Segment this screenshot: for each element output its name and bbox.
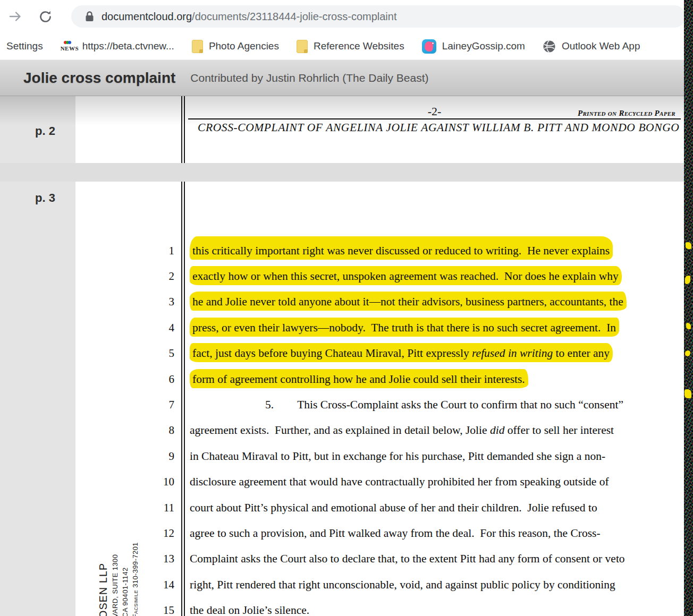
line-text: agreement exists. Further, and as explai… xyxy=(190,424,614,437)
bookmark-label: Reference Websites xyxy=(314,40,404,52)
bookmark-ctv-news[interactable]: NEWS https://beta.ctvnew... xyxy=(61,40,174,52)
doc-line-12: 12 agree to such a provision, and Pitt w… xyxy=(75,520,684,546)
bookmark-outlook-web-app[interactable]: Outlook Web App xyxy=(543,40,640,53)
line-number: 14 xyxy=(75,578,174,592)
doc-line-14: 14 right, Pitt rendered that right uncon… xyxy=(75,572,684,597)
line-text: the deal on Jolie’s silence. xyxy=(190,604,309,616)
noise-fleck xyxy=(685,350,690,356)
line-number: 7 xyxy=(75,398,174,412)
sidebar-page-3-label[interactable]: p. 3 xyxy=(35,191,55,205)
noise-fleck xyxy=(684,389,691,398)
pleading-lines: 1 this critically important right was ne… xyxy=(75,238,684,616)
highlighted-text: this critically important right was neve… xyxy=(190,236,613,260)
doc-line-4: 4 press, or even their lawyers—nobody. T… xyxy=(75,315,684,340)
line-text: 5.This Cross-Complaint asks the Court to… xyxy=(190,398,623,412)
line-text: disclosure agreement that would have con… xyxy=(190,475,609,489)
doc-line-13: 13 Complaint asks the Court also to decl… xyxy=(75,546,684,572)
line-number: 6 xyxy=(75,373,174,386)
note-icon xyxy=(192,40,203,53)
line-number: 9 xyxy=(75,450,174,463)
line-number: 5 xyxy=(75,347,174,360)
noise-fleck xyxy=(686,242,691,249)
highlighted-text: press, or even their lawyers—nobody. The… xyxy=(190,318,619,337)
highlighted-text: form of agreement controlling how he and… xyxy=(190,369,528,388)
bookmark-laineygossip[interactable]: LaineyGossip.com xyxy=(422,39,525,54)
italic-text: refused in writing xyxy=(472,347,553,360)
doc-line-3: 3 he and Jolie never told anyone about i… xyxy=(75,289,684,315)
ctv-news-icon: NEWS xyxy=(61,41,77,52)
highlighted-text: fact, just days before buying Chateau Mi… xyxy=(190,343,613,362)
scan-noise-column xyxy=(684,0,693,616)
italic-text: did xyxy=(490,424,504,437)
page-2-footer: -2- Printed on Recycled Paper CROSS-COMP… xyxy=(188,105,681,134)
globe-icon xyxy=(543,40,556,53)
highlighted-text: exactly how or when this secret, unspoke… xyxy=(190,266,622,285)
sidebar-page-2-label[interactable]: p. 2 xyxy=(35,124,55,138)
doc-line-2: 2 exactly how or when this secret, unspo… xyxy=(75,263,684,289)
doc-line-5: 5 fact, just days before buying Chateau … xyxy=(75,341,684,366)
document-title: Jolie cross complaint xyxy=(23,70,175,87)
bookmark-reference-websites[interactable]: Reference Websites xyxy=(297,40,404,53)
document-viewer: p. 2 p. 3 -2- Printed on Recycled Paper … xyxy=(0,96,693,616)
reload-icon[interactable] xyxy=(37,8,53,24)
line-number: 10 xyxy=(75,475,174,489)
bookmark-label: Outlook Web App xyxy=(562,40,640,52)
noise-fleck xyxy=(686,323,691,329)
browser-toolbar: documentcloud.org/documents/23118444-jol… xyxy=(0,0,693,33)
note-icon xyxy=(297,40,308,53)
document-header: Jolie cross complaint Contributed by Jus… xyxy=(0,59,693,96)
doc-line-11: 11 court about Pitt’s physical and emoti… xyxy=(75,495,684,520)
line-number: 3 xyxy=(75,295,174,309)
bookmark-settings[interactable]: Settings xyxy=(6,40,43,52)
paragraph-number: 5. xyxy=(265,398,274,411)
case-caption: CROSS-COMPLAINT OF ANGELINA JOLIE AGAINS… xyxy=(188,119,681,134)
line-text: in Chateau Miraval to Pitt, but in excha… xyxy=(190,450,605,463)
line-number: 2 xyxy=(75,270,174,283)
doc-line-15: 15 the deal on Jolie’s silence. xyxy=(75,597,684,616)
highlighted-text: he and Jolie never told anyone about it—… xyxy=(190,292,627,311)
bookmark-label: LaineyGossip.com xyxy=(442,40,525,52)
laineygossip-icon xyxy=(422,39,436,54)
doc-line-9: 9 in Chateau Miraval to Pitt, but in exc… xyxy=(75,443,684,469)
line-number: 13 xyxy=(75,552,174,566)
url-text: documentcloud.org/documents/23118444-jol… xyxy=(102,11,397,23)
line-number: 4 xyxy=(75,321,174,335)
doc-line-6: 6 form of agreement controlling how he a… xyxy=(75,366,684,392)
bookmarks-bar: Settings NEWS https://beta.ctvnew... Pho… xyxy=(0,33,693,59)
bookmark-photo-agencies[interactable]: Photo Agencies xyxy=(192,40,279,53)
bookmark-label: Photo Agencies xyxy=(209,40,279,52)
line-text: right, Pitt rendered that right unconsci… xyxy=(190,578,615,592)
page-gap xyxy=(0,163,693,182)
line-number: 15 xyxy=(75,604,174,616)
bookmark-label: Settings xyxy=(6,40,43,52)
address-bar[interactable]: documentcloud.org/documents/23118444-jol… xyxy=(71,5,686,28)
bookmark-label: https://beta.ctvnew... xyxy=(82,40,174,52)
url-domain: documentcloud.org xyxy=(102,11,192,22)
lock-icon xyxy=(85,11,94,22)
line-number: 12 xyxy=(75,527,174,540)
doc-line-10: 10 disclosure agreement that would have … xyxy=(75,469,684,495)
forward-icon[interactable] xyxy=(7,8,23,24)
recycled-paper-note: Printed on Recycled Paper xyxy=(578,109,675,118)
doc-line-7: 7 5.This Cross-Complaint asks the Court … xyxy=(75,392,684,417)
document-contributor: Contributed by Justin Rohrlich (The Dail… xyxy=(190,72,428,84)
line-number: 1 xyxy=(75,244,174,258)
line-number: 8 xyxy=(75,424,174,437)
doc-line-1: 1 this critically important right was ne… xyxy=(75,238,684,263)
document-page-3: ROSEN LLP LEVARD, SUITE 1300 A, CA 90401… xyxy=(75,182,684,616)
line-number: 11 xyxy=(75,501,174,515)
line-text: agree to such a provision, and Pitt walk… xyxy=(190,527,601,540)
line-text: Complaint asks the Court also to declare… xyxy=(190,552,625,566)
line-text: court about Pitt’s physical and emotiona… xyxy=(190,501,597,515)
doc-line-8: 8 agreement exists. Further, and as expl… xyxy=(75,418,684,443)
url-path: /documents/23118444-jolie-cross-complain… xyxy=(192,11,396,22)
document-page-2: -2- Printed on Recycled Paper CROSS-COMP… xyxy=(75,96,684,163)
noise-fleck xyxy=(685,276,690,284)
pleading-rule xyxy=(181,96,185,163)
